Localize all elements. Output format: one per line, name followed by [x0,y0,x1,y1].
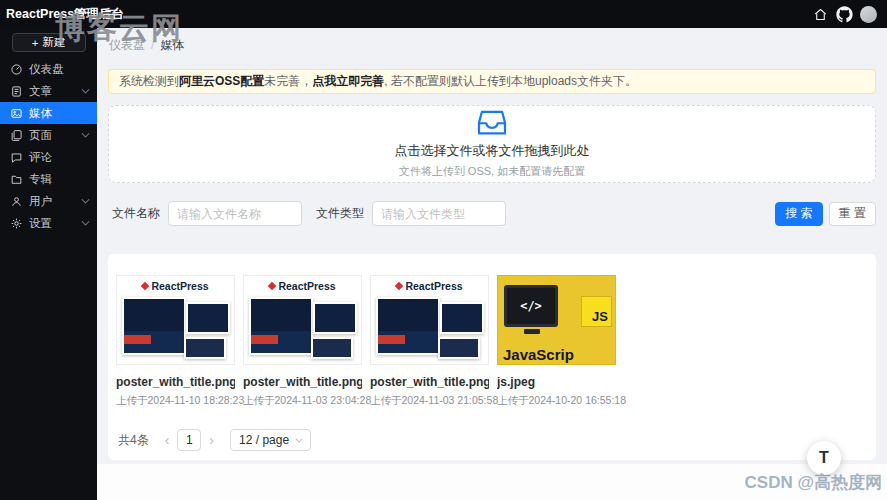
avatar[interactable] [860,6,877,23]
code-glyph: </> [520,299,542,313]
chevron-down-icon [82,218,90,226]
thumbnail-screenshot-shape [186,302,230,334]
reactpress-logo-text: ReactPress [405,280,462,292]
filter-bar: 文件名称 文件类型 搜 索 重 置 [108,201,876,226]
page-number[interactable]: 1 [177,429,201,451]
reactpress-logo-text: ReactPress [278,280,335,292]
reactpress-logo: ReactPress [117,280,234,292]
media-item[interactable]: </> JS JavaScrip js.jpeg 上传于2024-10-20 1… [497,275,616,408]
sidebar: + 新建 仪表盘 文章 媒体 页面 [0,28,97,500]
breadcrumb: 仪表盘/媒体 [97,28,887,69]
thumbnail-screenshot-shape [184,337,226,359]
sidebar-item-pages[interactable]: 页面 [0,124,97,146]
pagination-total: 共4条 [118,432,149,449]
alert-text: 未完善， [264,74,312,88]
reactpress-logo: ReactPress [371,280,488,292]
monitor-icon: </> [504,285,558,327]
media-item[interactable]: ReactPress poster_with_title.png 上传于2024… [243,275,362,408]
settings-icon [10,217,23,230]
alert-complete-link[interactable]: 点我立即完善 [312,74,384,88]
sidebar-item-label: 用户 [29,194,52,209]
top-header: ReactPress管理后台 [0,0,887,28]
prev-page-icon[interactable]: ‹ [159,432,176,448]
menu-fold-icon[interactable] [105,9,118,20]
back-to-top-button[interactable]: T [807,441,841,475]
file-name-input[interactable] [168,201,302,226]
js-logo-text: JS [592,309,608,324]
media-upload-time: 上传于2024-11-03 21:05:58 [370,394,489,408]
thumbnail-caption: JavaScrip [503,346,574,363]
media-file-name: poster_with_title.png [243,375,362,389]
monitor-stand-shape [524,329,540,334]
app-title: ReactPress管理后台 [0,6,97,23]
file-type-input[interactable] [372,201,506,226]
thumbnail-screenshot-shape [376,297,440,355]
article-icon [10,85,23,98]
chevron-down-icon [295,435,302,442]
app: ReactPress管理后台 + 新建 仪表盘 文章 [0,0,887,500]
reset-button[interactable]: 重 置 [829,202,876,226]
media-file-name: poster_with_title.png [370,375,489,389]
sidebar-item-label: 评论 [29,150,52,165]
breadcrumb-separator: / [151,38,154,52]
thumbnail-screenshot-shape [122,297,186,355]
upload-hint-secondary: 文件将上传到 OSS, 如未配置请先配置 [399,164,585,179]
media-thumbnail: ReactPress [243,275,362,365]
page-size-value: 12 / page [239,433,289,447]
breadcrumb-parent[interactable]: 仪表盘 [109,38,145,52]
alert-text: 系统检测到 [119,74,179,88]
media-item[interactable]: ReactPress poster_with_title.png 上传于2024… [116,275,235,408]
album-icon [10,173,23,186]
search-button[interactable]: 搜 索 [775,202,822,226]
file-name-label: 文件名称 [112,205,160,222]
reactpress-logo: ReactPress [244,280,361,292]
upload-dropzone[interactable]: 点击选择文件或将文件拖拽到此处 文件将上传到 OSS, 如未配置请先配置 [108,105,876,183]
js-logo: JS [581,296,612,327]
plus-icon: + [32,37,39,49]
sidebar-item-label: 媒体 [29,106,52,121]
thumbnail-screenshot-shape [438,337,480,359]
pages-icon [10,129,23,142]
breadcrumb-current: 媒体 [160,38,184,52]
sidebar-item-label: 页面 [29,128,52,143]
reactpress-logo-text: ReactPress [151,280,208,292]
github-icon[interactable] [832,0,856,28]
pagination: 共4条 ‹ 1 › 12 / page [118,429,866,451]
sidebar-item-label: 专辑 [29,172,52,187]
thumbnail-screenshot-shape [313,302,357,334]
media-thumbnail: ReactPress [370,275,489,365]
upload-hint-primary: 点击选择文件或将文件拖拽到此处 [395,142,590,160]
media-list-card: ReactPress poster_with_title.png 上传于2024… [108,254,876,460]
comments-icon [10,151,23,164]
sidebar-menu: 仪表盘 文章 媒体 页面 评论 专辑 [0,58,97,234]
sidebar-item-dashboard[interactable]: 仪表盘 [0,58,97,80]
file-type-label: 文件类型 [316,205,364,222]
page-size-select[interactable]: 12 / page [230,429,311,451]
thumbnail-screenshot-shape [440,302,484,334]
new-button[interactable]: + 新建 [12,33,86,52]
sidebar-item-label: 文章 [29,84,52,99]
sidebar-item-albums[interactable]: 专辑 [0,168,97,190]
inbox-icon [476,110,508,140]
main-content: 仪表盘/媒体 系统检测到阿里云OSS配置未完善，点我立即完善, 若不配置则默认上… [97,28,887,500]
next-page-icon[interactable]: › [203,432,220,448]
home-icon[interactable] [808,0,832,28]
footer-area [97,464,887,500]
media-upload-time: 上传于2024-11-10 18:28:23 [116,394,235,408]
sidebar-item-label: 仪表盘 [29,62,64,77]
dashboard-icon [10,63,23,76]
sidebar-item-articles[interactable]: 文章 [0,80,97,102]
oss-warning-alert: 系统检测到阿里云OSS配置未完善，点我立即完善, 若不配置则默认上传到本地upl… [108,69,876,94]
sidebar-item-settings[interactable]: 设置 [0,212,97,234]
alert-oss-config: 阿里云OSS配置 [179,74,264,88]
media-item[interactable]: ReactPress poster_with_title.png 上传于2024… [370,275,489,408]
sidebar-item-comments[interactable]: 评论 [0,146,97,168]
media-grid: ReactPress poster_with_title.png 上传于2024… [116,275,868,408]
sidebar-item-media[interactable]: 媒体 [0,102,97,124]
thumbnail-screenshot-shape [311,337,353,359]
users-icon [10,195,23,208]
chevron-down-icon [82,196,90,204]
sidebar-item-users[interactable]: 用户 [0,190,97,212]
reactpress-logo-icon [395,282,403,290]
media-file-name: js.jpeg [497,375,616,389]
